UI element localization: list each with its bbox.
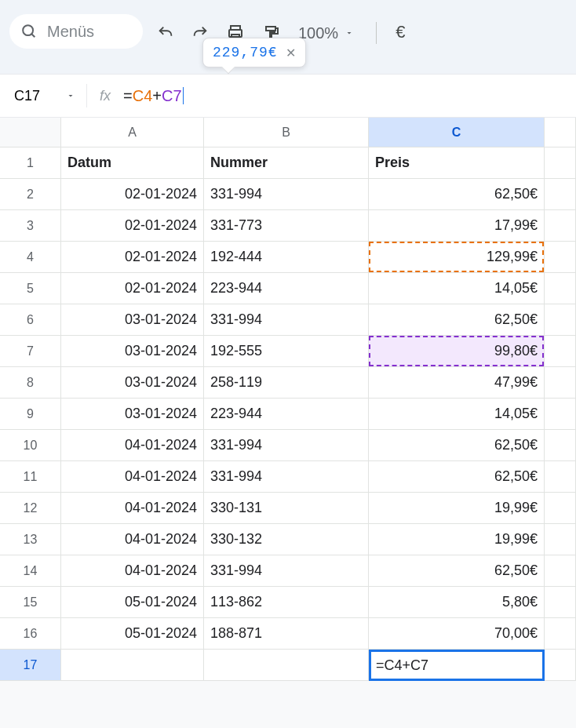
cell-A4[interactable]: 02-01-2024: [61, 242, 204, 273]
row-header[interactable]: 6: [0, 304, 61, 336]
cell[interactable]: [545, 179, 576, 210]
cell-B8[interactable]: 258-119: [204, 367, 369, 399]
cell-B16[interactable]: 188-871: [204, 618, 369, 650]
cell[interactable]: [545, 650, 576, 681]
row-header[interactable]: 9: [0, 399, 61, 430]
cell-A9[interactable]: 03-01-2024: [61, 399, 204, 430]
cell-B10[interactable]: 331-994: [204, 430, 369, 461]
cell-B13[interactable]: 330-132: [204, 524, 369, 555]
cell[interactable]: [545, 430, 576, 461]
cell[interactable]: [545, 618, 576, 650]
row-header[interactable]: 14: [0, 555, 61, 587]
formula-bar: C17 fx = C4 + C7: [0, 75, 576, 118]
cell-A14[interactable]: 04-01-2024: [61, 555, 204, 587]
row-header[interactable]: 5: [0, 273, 61, 304]
select-all-corner[interactable]: [0, 118, 61, 147]
row-header[interactable]: 7: [0, 336, 61, 367]
cell-A7[interactable]: 03-01-2024: [61, 336, 204, 367]
row-header[interactable]: 17: [0, 650, 61, 681]
row-header[interactable]: 2: [0, 179, 61, 210]
column-header-B[interactable]: B: [204, 118, 369, 147]
cell-B1[interactable]: Nummer: [204, 147, 369, 179]
cell-C1[interactable]: Preis: [369, 147, 545, 179]
cell-A12[interactable]: 04-01-2024: [61, 493, 204, 524]
cell-A8[interactable]: 03-01-2024: [61, 367, 204, 399]
currency-format-button[interactable]: €: [396, 14, 405, 42]
column-header-C[interactable]: C: [369, 118, 545, 147]
cell[interactable]: [545, 367, 576, 399]
row-header[interactable]: 4: [0, 242, 61, 273]
cell-C3[interactable]: 17,99€: [369, 210, 545, 242]
formula-input[interactable]: = C4 + C7: [123, 87, 184, 105]
cell[interactable]: [545, 242, 576, 273]
cell-B11[interactable]: 331-994: [204, 461, 369, 493]
cell[interactable]: [545, 555, 576, 587]
cell-A13[interactable]: 04-01-2024: [61, 524, 204, 555]
cell-B15[interactable]: 113-862: [204, 587, 369, 618]
cell-A2[interactable]: 02-01-2024: [61, 179, 204, 210]
cell-C7[interactable]: 99,80€: [369, 336, 545, 367]
cell-A6[interactable]: 03-01-2024: [61, 304, 204, 336]
cell-A1[interactable]: Datum: [61, 147, 204, 179]
cell[interactable]: [545, 461, 576, 493]
cell-B2[interactable]: 331-994: [204, 179, 369, 210]
row-header[interactable]: 8: [0, 367, 61, 399]
cell-C8[interactable]: 47,99€: [369, 367, 545, 399]
cell-B6[interactable]: 331-994: [204, 304, 369, 336]
cell-C14[interactable]: 62,50€: [369, 555, 545, 587]
cell-C6[interactable]: 62,50€: [369, 304, 545, 336]
name-box[interactable]: C17: [0, 88, 86, 104]
cell-B5[interactable]: 223-944: [204, 273, 369, 304]
cell-A10[interactable]: 04-01-2024: [61, 430, 204, 461]
cell-B17[interactable]: [204, 650, 369, 681]
row-header[interactable]: 13: [0, 524, 61, 555]
cell[interactable]: [545, 587, 576, 618]
chevron-down-icon: [345, 28, 354, 38]
row-header[interactable]: 10: [0, 430, 61, 461]
cell-C16[interactable]: 70,00€: [369, 618, 545, 650]
cell-B3[interactable]: 331-773: [204, 210, 369, 242]
cell-C10[interactable]: 62,50€: [369, 430, 545, 461]
cell[interactable]: [545, 336, 576, 367]
cell[interactable]: [545, 399, 576, 430]
cell-C17-active[interactable]: = C4 + C7: [369, 650, 545, 681]
cell-A3[interactable]: 02-01-2024: [61, 210, 204, 242]
cell[interactable]: [545, 524, 576, 555]
column-header-next[interactable]: [545, 118, 576, 147]
close-icon[interactable]: ✕: [286, 46, 296, 60]
cell-B12[interactable]: 330-131: [204, 493, 369, 524]
column-header-A[interactable]: A: [61, 118, 204, 147]
cell[interactable]: [545, 304, 576, 336]
undo-icon[interactable]: [157, 24, 174, 42]
toolbar-divider: [376, 22, 377, 44]
row-header[interactable]: 3: [0, 210, 61, 242]
cell-B14[interactable]: 331-994: [204, 555, 369, 587]
cell-C9[interactable]: 14,05€: [369, 399, 545, 430]
cell-A5[interactable]: 02-01-2024: [61, 273, 204, 304]
cell-B7[interactable]: 192-555: [204, 336, 369, 367]
cell[interactable]: [545, 273, 576, 304]
row-header[interactable]: 12: [0, 493, 61, 524]
row-header[interactable]: 11: [0, 461, 61, 493]
cell-A17[interactable]: [61, 650, 204, 681]
cell-A15[interactable]: 05-01-2024: [61, 587, 204, 618]
cell-B4[interactable]: 192-444: [204, 242, 369, 273]
cell-C2[interactable]: 62,50€: [369, 179, 545, 210]
cell[interactable]: [545, 210, 576, 242]
cell-C5[interactable]: 14,05€: [369, 273, 545, 304]
cell-C15[interactable]: 5,80€: [369, 587, 545, 618]
menu-search-pill[interactable]: Menüs: [9, 14, 143, 49]
zoom-dropdown[interactable]: 100%: [298, 24, 354, 42]
row-header[interactable]: 15: [0, 587, 61, 618]
cell-C11[interactable]: 62,50€: [369, 461, 545, 493]
cell[interactable]: [545, 147, 576, 179]
row-header[interactable]: 16: [0, 618, 61, 650]
cell-A11[interactable]: 04-01-2024: [61, 461, 204, 493]
cell[interactable]: [545, 493, 576, 524]
cell-C4[interactable]: 129,99€: [369, 242, 545, 273]
cell-C13[interactable]: 19,99€: [369, 524, 545, 555]
cell-A16[interactable]: 05-01-2024: [61, 618, 204, 650]
row-header[interactable]: 1: [0, 147, 61, 179]
cell-C12[interactable]: 19,99€: [369, 493, 545, 524]
cell-B9[interactable]: 223-944: [204, 399, 369, 430]
